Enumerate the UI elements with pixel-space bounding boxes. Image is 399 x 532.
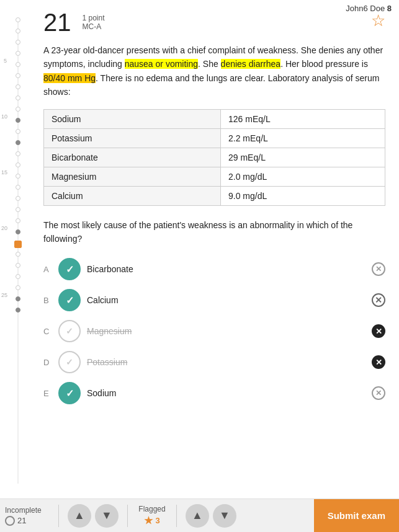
table-row: Calcium 9.0 mg/dL <box>44 186 385 205</box>
choice-a-circle[interactable]: ✓ <box>58 258 81 280</box>
sidebar-label-5: 5 <box>4 58 7 64</box>
choice-d-row: D ✓ Potassium ✕ <box>43 351 385 373</box>
divider-1 <box>58 505 59 527</box>
flagged-star-icon: ★ <box>144 515 153 526</box>
incomplete-label: Incomplete <box>5 506 42 515</box>
cross-d-badge[interactable]: ✕ <box>372 355 385 369</box>
choice-b-letter: B <box>43 296 52 305</box>
check-a-icon: ✓ <box>66 264 74 275</box>
cross-e-badge[interactable]: ✕ <box>372 386 385 400</box>
flagged-section: Flagged ★ 3 <box>130 499 174 532</box>
main-content: 21 1 point MC-A ☆ A 23-year old-dancer p… <box>36 0 393 466</box>
table-row: Sodium 126 mEq/L <box>44 109 385 128</box>
choices-list: A ✓ Bicarbonate ✕ B ✓ Calcium ✕ C ✓ Magn… <box>43 258 385 404</box>
incomplete-section: Incomplete 21 <box>0 499 56 532</box>
choice-c-label: Magnesium <box>87 326 365 336</box>
choice-a-letter: A <box>43 265 52 274</box>
choice-e-label: Sodium <box>87 388 365 398</box>
choice-d-label: Potassium <box>87 357 365 367</box>
cross-c-badge[interactable]: ✕ <box>372 324 385 338</box>
next-flagged-button[interactable]: ▼ <box>213 504 236 528</box>
incomplete-circle-icon <box>5 516 15 526</box>
cross-b-badge[interactable]: ✕ <box>372 293 385 307</box>
check-c-icon: ✓ <box>66 326 73 336</box>
choice-a-label: Bicarbonate <box>87 264 365 274</box>
check-d-icon: ✓ <box>66 357 73 367</box>
choice-d-letter: D <box>43 358 52 367</box>
divider-2 <box>127 505 128 527</box>
choice-c-row: C ✓ Magnesium ✕ <box>43 320 385 342</box>
check-b-icon: ✓ <box>66 295 74 306</box>
flagged-count: ★ 3 <box>144 515 159 526</box>
submit-exam-button[interactable]: Submit exam <box>314 499 399 533</box>
lab-name: Calcium <box>44 186 221 205</box>
lab-name: Sodium <box>44 109 221 128</box>
choice-a-row: A ✓ Bicarbonate ✕ <box>43 258 385 280</box>
sidebar-label-25: 25 <box>1 292 7 298</box>
username: John6 Doe <box>346 4 385 13</box>
highlight-diarrhea: denies diarrhea <box>221 59 281 69</box>
choice-c-circle[interactable]: ✓ <box>58 320 81 342</box>
table-row: Magnesium 2.0 mg/dL <box>44 167 385 186</box>
sidebar-label-15: 15 <box>1 169 7 175</box>
flagged-nav-section: ▲ ▼ <box>179 499 243 532</box>
choice-e-letter: E <box>43 389 52 398</box>
choice-b-label: Calcium <box>87 295 365 305</box>
bottom-bar: Incomplete 21 ▲ ▼ Flagged ★ 3 ▲ ▼ Submit… <box>0 499 399 532</box>
lab-value: 2.2 mEq/L <box>221 128 385 148</box>
prev-flagged-button[interactable]: ▲ <box>186 504 209 528</box>
question-text: A 23-year old-dancer presents with a chi… <box>43 43 385 99</box>
choice-e-circle[interactable]: ✓ <box>58 382 81 404</box>
lab-value: 126 mEq/L <box>221 109 385 128</box>
lab-table: Sodium 126 mEq/L Potassium 2.2 mEq/L Bic… <box>43 109 385 206</box>
choice-e-row: E ✓ Sodium ✕ <box>43 382 385 404</box>
question-number: 21 <box>43 10 71 35</box>
lab-name: Magnesium <box>44 167 221 186</box>
choice-d-circle[interactable]: ✓ <box>58 351 81 373</box>
question-meta: 1 point MC-A <box>83 10 105 31</box>
nav-prev-section: ▲ ▼ <box>61 499 125 532</box>
prev-question-button[interactable]: ▲ <box>68 504 91 528</box>
question-header: 21 1 point MC-A ☆ <box>43 10 385 35</box>
check-e-icon: ✓ <box>66 388 74 399</box>
cross-a-badge[interactable]: ✕ <box>372 262 385 276</box>
choice-b-row: B ✓ Calcium ✕ <box>43 289 385 311</box>
lab-value: 9.0 mg/dL <box>221 186 385 205</box>
highlight-bp: 80/40 mm Hg <box>43 73 96 83</box>
highlight-nausea: nausea or vomiting <box>125 59 198 69</box>
lab-value: 2.0 mg/dL <box>221 167 385 186</box>
flagged-number: 3 <box>155 516 159 525</box>
sidebar: 5 10 15 20 25 <box>0 0 36 502</box>
table-row: Bicarbonate 29 mEq/L <box>44 148 385 167</box>
sidebar-label-10: 10 <box>1 113 7 120</box>
choice-c-letter: C <box>43 327 52 336</box>
flagged-label: Flagged <box>138 505 165 513</box>
choice-b-circle[interactable]: ✓ <box>58 289 81 311</box>
table-row: Potassium 2.2 mEq/L <box>44 128 385 148</box>
question-count: 8 <box>387 4 392 13</box>
question-stem: The most likely cause of the patient's w… <box>43 218 385 246</box>
lab-name: Bicarbonate <box>44 148 221 167</box>
lab-name: Potassium <box>44 128 221 148</box>
question-type: MC-A <box>83 22 105 31</box>
sidebar-label-20: 20 <box>1 225 7 231</box>
header: John6 Doe 8 <box>338 0 399 17</box>
current-question-indicator <box>14 241 22 248</box>
divider-3 <box>176 505 177 527</box>
incomplete-number: 21 <box>17 516 26 525</box>
incomplete-count: 21 <box>5 516 26 526</box>
question-points: 1 point <box>83 14 105 22</box>
lab-value: 29 mEq/L <box>221 148 385 167</box>
next-question-button[interactable]: ▼ <box>95 504 119 528</box>
